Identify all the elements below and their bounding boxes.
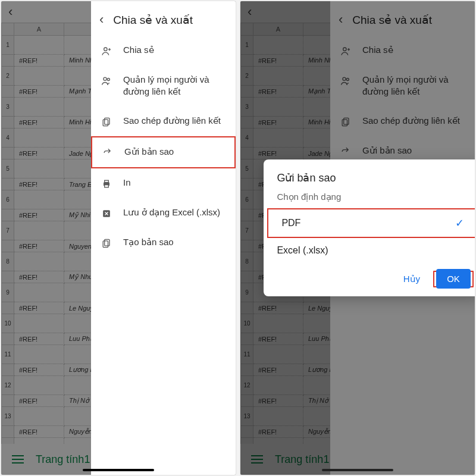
home-indicator bbox=[322, 469, 393, 471]
share-export-panel: ‹ Chia sẻ và xuất Chia sẻ Quản lý mọi ng… bbox=[91, 1, 236, 475]
dialog-option-pdf[interactable]: PDF ✓ bbox=[268, 209, 475, 237]
check-icon: ✓ bbox=[455, 217, 464, 230]
dialog-subtitle: Chọn định dạng bbox=[264, 188, 475, 208]
ok-button[interactable]: OK bbox=[436, 269, 471, 289]
menu-item-manage[interactable]: Quản lý mọi người và đường liên kết bbox=[91, 65, 236, 107]
svg-rect-4 bbox=[103, 119, 108, 126]
menu-label: Sao chép đường liên kết bbox=[123, 115, 226, 127]
menu-item-send-copy[interactable]: Gửi bản sao bbox=[91, 136, 236, 168]
menu-item-make-copy[interactable]: Tạo bản sao bbox=[91, 228, 236, 258]
left-phone-screenshot: ‹ A B 1#REF!Minh Nhật Huỳn2#REF!Mạnh Tùn… bbox=[1, 1, 236, 475]
menu-label: Quản lý mọi người và đường liên kết bbox=[123, 74, 226, 98]
svg-rect-6 bbox=[105, 180, 109, 182]
make-copy-icon bbox=[101, 237, 112, 249]
option-label: PDF bbox=[281, 218, 300, 228]
menu-label: Lưu ở dạng Excel (.xlsx) bbox=[123, 206, 226, 218]
person-add-icon bbox=[101, 45, 112, 57]
excel-icon bbox=[101, 208, 112, 220]
svg-rect-7 bbox=[105, 184, 109, 187]
home-indicator bbox=[83, 469, 154, 471]
copy-link-icon bbox=[101, 116, 112, 128]
print-icon bbox=[101, 178, 112, 190]
people-icon bbox=[101, 75, 112, 87]
cancel-button[interactable]: Hủy bbox=[395, 269, 428, 289]
menu-label: Chia sẻ bbox=[123, 44, 226, 56]
option-label: Excel (.xlsx) bbox=[277, 245, 328, 256]
svg-point-2 bbox=[107, 79, 109, 81]
back-icon[interactable]: ‹ bbox=[99, 12, 104, 27]
menu-item-copy-link[interactable]: Sao chép đường liên kết bbox=[91, 107, 236, 136]
right-phone-screenshot: ‹ A B 1#REF!Minh Nhật Huỳn2#REF!Mạnh Tùn… bbox=[240, 1, 475, 475]
menu-label: Gửi bản sao bbox=[124, 146, 225, 158]
dialog-title: Gửi bản sao bbox=[264, 171, 475, 188]
svg-rect-9 bbox=[105, 239, 109, 246]
menu-label: In bbox=[123, 177, 226, 189]
svg-point-1 bbox=[104, 77, 107, 80]
panel-title: Chia sẻ và xuất bbox=[113, 13, 193, 27]
menu-label: Tạo bản sao bbox=[123, 236, 226, 248]
svg-point-0 bbox=[104, 48, 107, 51]
svg-rect-3 bbox=[105, 118, 109, 124]
send-copy-dialog: Gửi bản sao Chọn định dạng PDF ✓ Excel (… bbox=[264, 159, 475, 296]
send-copy-icon bbox=[102, 147, 114, 159]
menu-item-save-excel[interactable]: Lưu ở dạng Excel (.xlsx) bbox=[91, 198, 236, 228]
svg-rect-10 bbox=[103, 240, 108, 247]
menu-item-print[interactable]: In bbox=[91, 168, 236, 198]
menu-item-share[interactable]: Chia sẻ bbox=[91, 36, 236, 65]
dialog-option-excel[interactable]: Excel (.xlsx) bbox=[264, 238, 475, 263]
